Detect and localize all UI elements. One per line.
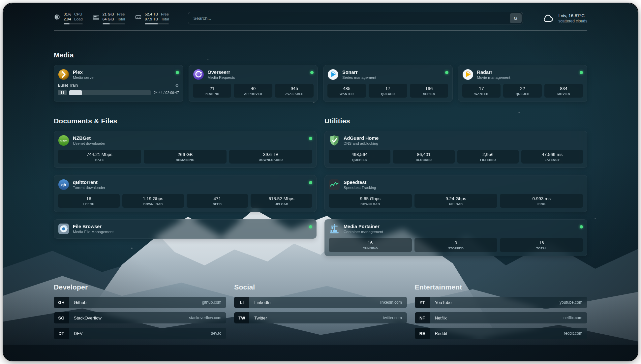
two-column-area: Documents & Files nzbget NZBGet Usenet d… bbox=[54, 117, 587, 256]
plex-now-playing: Bullet Train ⚙ 24:44 / 02:06:47 bbox=[58, 83, 179, 95]
bookmark-name: DEV bbox=[74, 331, 83, 336]
service-card-plex[interactable]: Plex Media server Bullet Train ⚙ bbox=[54, 65, 183, 102]
stat-value: 22 bbox=[504, 86, 540, 91]
stat-label: DOWNLOAD bbox=[124, 202, 183, 206]
radarr-icon bbox=[462, 69, 473, 80]
memory-widget: 21 GiB 64 GiB Free Total bbox=[93, 12, 125, 24]
disk-free-value: 52.4 TB bbox=[145, 12, 158, 17]
service-card-nzbget[interactable]: nzbget NZBGet Usenet downloader 744.21 M… bbox=[54, 131, 317, 168]
bookmark-row-reddit[interactable]: RE Reddit reddit.com bbox=[415, 328, 587, 339]
stat-upload: 618.52 Mbps UPLOAD bbox=[251, 194, 312, 208]
status-dot bbox=[445, 71, 448, 74]
stat-ping: 0.993 ms PING bbox=[500, 194, 583, 208]
top-bar: 31% 2.94 CPU Load bbox=[54, 12, 587, 24]
stat-label: PENDING bbox=[194, 92, 230, 96]
bookmark-row-youtube[interactable]: YT YouTube youtube.com bbox=[415, 297, 587, 308]
bookmark-group-social: Social LI LinkedIn linkedin.com TW Twitt… bbox=[234, 283, 407, 343]
plex-icon bbox=[58, 69, 69, 80]
service-description: Media File Management bbox=[73, 230, 113, 234]
status-dot bbox=[309, 181, 312, 184]
service-card-qbittorrent[interactable]: qb qBittorrent Torrent downloader 16 bbox=[54, 175, 317, 212]
bookmark-abbr: RE bbox=[415, 328, 430, 339]
overseerr-icon bbox=[193, 69, 204, 80]
bookmark-row-netflix[interactable]: NF Netflix netflix.com bbox=[415, 312, 587, 323]
weather-condition: scattered clouds bbox=[559, 19, 587, 23]
bookmark-group-entertainment: Entertainment YT YouTube youtube.com NF … bbox=[415, 283, 587, 343]
stat-filtered: 2,956 FILTERED bbox=[457, 150, 519, 164]
memory-icon bbox=[93, 14, 100, 20]
bookmark-url: github.com bbox=[202, 300, 227, 305]
service-card-overseerr[interactable]: Overseerr Media Requests 21 PENDING 40 A… bbox=[189, 65, 318, 102]
section-title-entertainment: Entertainment bbox=[415, 283, 587, 291]
stat-value: 16 bbox=[501, 240, 582, 245]
stat-downloaded: 39.6 TB DOWNLOADED bbox=[229, 150, 312, 164]
status-dot bbox=[309, 137, 312, 140]
stat-value: 17 bbox=[370, 86, 406, 91]
memory-labels: Free Total bbox=[117, 12, 125, 22]
stat-value: 9.24 Gbps bbox=[416, 196, 496, 201]
stat-available: 945 AVAILABLE bbox=[275, 84, 314, 98]
stat-movies: 834 MOVIES bbox=[544, 84, 583, 98]
sonarr-icon bbox=[327, 69, 339, 80]
bookmark-abbr: NF bbox=[415, 312, 430, 323]
bookmark-row-stackoverflow[interactable]: SO StackOverflow stackoverflow.com bbox=[54, 312, 226, 323]
bookmark-name: Github bbox=[74, 300, 86, 305]
service-card-speedtest[interactable]: Speedtest Speedtest Tracking 9.65 Gbps D… bbox=[324, 175, 587, 212]
cloud-icon bbox=[542, 12, 555, 24]
stat-seed: 471 SEED bbox=[187, 194, 248, 208]
stat-value: 266 GB bbox=[145, 152, 226, 157]
playback-progress-bar[interactable] bbox=[69, 90, 151, 95]
stat-value: 196 bbox=[411, 86, 447, 91]
stat-value: 16 bbox=[59, 196, 118, 201]
bookmark-row-twitter[interactable]: TW Twitter twitter.com bbox=[234, 312, 407, 323]
service-card-radarr[interactable]: Radarr Movie management 17 WANTED 22 QUE… bbox=[458, 65, 588, 102]
stat-running: 16 RUNNING bbox=[329, 238, 412, 252]
stat-value: 0 bbox=[416, 240, 496, 245]
stat-label: QUEUED bbox=[370, 92, 406, 96]
stat-queries: 498,564 QUERIES bbox=[329, 150, 390, 164]
status-dot bbox=[580, 225, 583, 228]
stat-value: 0.993 ms bbox=[501, 196, 582, 201]
pause-button[interactable] bbox=[58, 90, 67, 95]
bookmark-url: reddit.com bbox=[564, 331, 587, 336]
stat-label: MOVIES bbox=[546, 92, 582, 96]
bookmark-row-github[interactable]: GH Github github.com bbox=[54, 297, 226, 308]
stat-label: LEECH bbox=[59, 202, 118, 206]
stat-label: UPLOAD bbox=[252, 202, 311, 206]
disk-total-value: 97.9 TB bbox=[145, 17, 158, 22]
now-playing-title: Bullet Train bbox=[58, 83, 78, 88]
service-description: Media Requests bbox=[208, 76, 235, 79]
stat-value: 498,564 bbox=[330, 152, 389, 157]
bookmark-name: Netflix bbox=[435, 316, 447, 320]
service-card-portainer[interactable]: Media Portainer Container management 16 … bbox=[324, 219, 587, 256]
resource-widgets: 31% 2.94 CPU Load bbox=[54, 12, 169, 24]
section-title-documents: Documents & Files bbox=[54, 117, 317, 125]
bookmark-group-developer: Developer GH Github github.com SO StackO… bbox=[54, 283, 226, 343]
svg-text:qb: qb bbox=[61, 183, 66, 187]
service-description: Media server bbox=[73, 76, 95, 79]
cpu-widget: 31% 2.94 CPU Load bbox=[54, 12, 83, 24]
search-provider-button[interactable]: G bbox=[510, 13, 522, 23]
disk-icon bbox=[135, 14, 142, 20]
bookmark-row-linkedin[interactable]: LI LinkedIn linkedin.com bbox=[234, 297, 407, 308]
service-card-sonarr[interactable]: Sonarr Series management 485 WANTED 17 Q… bbox=[323, 65, 453, 102]
service-description: Container management bbox=[344, 230, 383, 234]
service-card-filebrowser[interactable]: File Browser Media File Management bbox=[54, 219, 317, 239]
service-card-adguard[interactable]: AdGuard Home DNS and adblocking 498,564 … bbox=[324, 131, 587, 168]
memory-progress-bar bbox=[103, 23, 125, 24]
stat-label: RUNNING bbox=[330, 246, 411, 250]
playback-time: 24:44 / 02:06:47 bbox=[154, 91, 179, 95]
gear-icon[interactable]: ⚙ bbox=[175, 83, 179, 88]
search-input[interactable] bbox=[188, 12, 523, 24]
media-grid: Plex Media server Bullet Train ⚙ bbox=[54, 65, 587, 102]
service-name: Media Portainer bbox=[344, 224, 383, 229]
bookmark-url: youtube.com bbox=[560, 300, 587, 305]
stat-value: 945 bbox=[276, 86, 312, 91]
bookmark-row-dev[interactable]: DT DEV dev.to bbox=[54, 328, 226, 339]
status-dot bbox=[310, 71, 314, 74]
stat-label: SERIES bbox=[411, 92, 447, 96]
bookmark-groups: Developer GH Github github.com SO StackO… bbox=[54, 283, 587, 343]
stat-label: BLOCKED bbox=[394, 158, 453, 162]
header-divider bbox=[54, 30, 587, 31]
cpu-load-value: 2.94 bbox=[64, 17, 71, 22]
